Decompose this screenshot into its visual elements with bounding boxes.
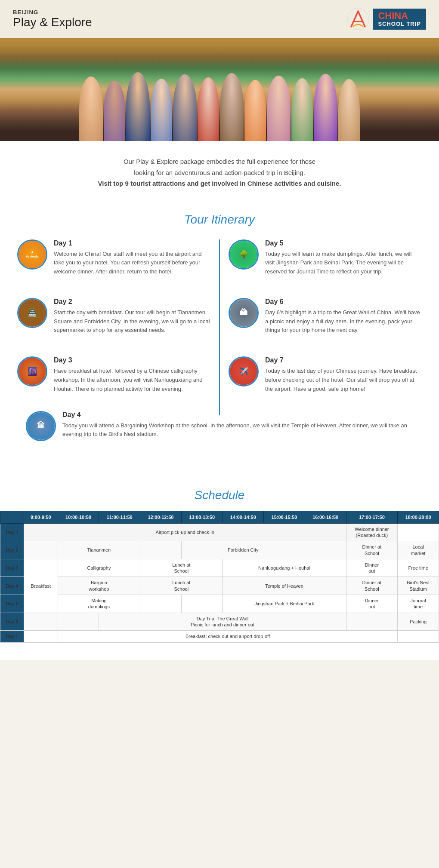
day3-icon: 🌆 <box>19 358 46 385</box>
col-header-1600: 16:00-16:50 <box>305 511 346 523</box>
day7-content: Day 7 Today is the last day of your Chin… <box>265 356 422 393</box>
day5-row-label: Day 5 <box>0 595 24 613</box>
col-header-1000: 10:00-10:50 <box>58 511 99 523</box>
schedule-row-day4: Day 4 Bargainworkshop Lunch atSchool Tem… <box>0 577 439 595</box>
day2-circle: 🏯 <box>17 298 47 328</box>
day3-text: Have breakfast at hotel, followed by a C… <box>54 367 210 393</box>
day6-empty3 <box>346 613 398 631</box>
logo-icon <box>347 8 369 30</box>
schedule-row-day6: Day 6 Day Trip: The Great WallPicnic for… <box>0 613 439 631</box>
day4-temple: Temple of Heaven <box>223 577 346 595</box>
day2-local-market: Localmarket <box>398 541 439 559</box>
day3-label: Day 3 <box>54 356 210 364</box>
schedule-title: Schedule <box>0 488 439 502</box>
schedule-row-day3: Day 3 Breakfast Calligraphy Lunch atScho… <box>0 559 439 577</box>
day1-airport: Airport pick-up and check-in <box>24 523 346 541</box>
day5-empty1 <box>140 595 182 613</box>
day1-text: Welcome to China! Our staff will meet yo… <box>54 250 210 276</box>
day4-item: 🏛 Day 4 Today you will attend a Bargaini… <box>26 411 422 441</box>
itinerary-title: Tour Itinerary <box>17 213 422 227</box>
day2-empty1 <box>24 541 58 559</box>
day4-label: Day 4 <box>62 411 422 419</box>
intro-section: Our Play & Explore package embodies the … <box>0 141 439 204</box>
schedule-row-day1: Day 1 Airport pick-up and check-in Welco… <box>0 523 439 541</box>
logo-china-text: CHINA <box>378 11 408 21</box>
logo-school-trip-text: SCHOOL TRIP <box>378 21 421 27</box>
day5-dinner-out: Dinnerout <box>346 595 398 613</box>
day7-checkout: Breakfast: check out and airport drop-of… <box>58 631 398 642</box>
schedule-section: Schedule 9:00-9:50 10:00-10:50 11:00-11:… <box>0 480 439 660</box>
col-header-row <box>0 511 24 523</box>
day6-text: Day 6's highlight is a trip to the Great… <box>265 308 422 335</box>
day1-empty <box>398 523 439 541</box>
day7-row-label: Day 7 <box>0 631 24 642</box>
day2-item: 🏯 Day 2 Start the day with breakfast. Ou… <box>17 298 210 335</box>
day2-empty3 <box>305 541 346 559</box>
day6-packing: Packing <box>398 613 439 631</box>
day1-label: Day 1 <box>54 239 210 247</box>
day2-dinner-school: Dinner atSchool <box>346 541 398 559</box>
itinerary-grid: ✈ Arrivals Day 1 Welcome to China! Our s… <box>17 239 422 415</box>
day6-label: Day 6 <box>265 298 422 306</box>
itinerary-left-col: ✈ Arrivals Day 1 Welcome to China! Our s… <box>17 239 220 415</box>
day5-empty2 <box>181 595 223 613</box>
day4-bargain: Bargainworkshop <box>58 577 140 595</box>
schedule-table: 9:00-9:50 10:00-10:50 11:00-11:50 12:00-… <box>0 511 439 643</box>
day1-welcome-dinner: Welcome dinner(Roasted duck) <box>346 523 398 541</box>
day3-nanluoguxiang: Nanluoguxiang + Houhai <box>223 559 346 577</box>
day4-content: Day 4 Today you will attend a Bargaining… <box>62 411 422 439</box>
day5-text: Today you will learn to make dumplings. … <box>265 250 422 276</box>
day1-content: Day 1 Welcome to China! Our staff will m… <box>54 239 210 276</box>
day4-birds-nest: Bird's NestStadium <box>398 577 439 595</box>
day6-empty1 <box>24 613 58 631</box>
day6-content: Day 6 Day 6's highlight is a trip to the… <box>265 298 422 335</box>
col-header-1300: 13:00-13:50 <box>181 511 223 523</box>
day1-icon: ✈ Arrivals <box>19 241 46 268</box>
day5-label: Day 5 <box>265 239 422 247</box>
day3-lunch-school: Lunch atSchool <box>140 559 223 577</box>
day1-item: ✈ Arrivals Day 1 Welcome to China! Our s… <box>17 239 210 276</box>
schedule-row-day7: Day 7 Breakfast: check out and airport d… <box>0 631 439 642</box>
col-header-1800: 18:00-20:00 <box>398 511 439 523</box>
day7-icon: ✈️ <box>230 358 257 385</box>
logo-area: CHINA SCHOOL TRIP <box>347 8 426 30</box>
day2-forbidden-city: Forbidden City <box>181 541 305 559</box>
day1-circle: ✈ Arrivals <box>17 239 47 270</box>
header: BEIJING Play & Explore CHINA SCHOOL TRIP <box>0 0 439 38</box>
col-header-1100: 11:00-11:50 <box>99 511 140 523</box>
day2-tiananmen: Tiananmen <box>58 541 140 559</box>
header-subtitle: BEIJING <box>13 9 92 15</box>
day6-row-label: Day 6 <box>0 613 24 631</box>
day3-item: 🌆 Day 3 Have breakfast at hotel, followe… <box>17 356 210 393</box>
day7-item: ✈️ Day 7 Today is the last day of your C… <box>229 356 422 393</box>
day2-empty2 <box>140 541 182 559</box>
day2-label: Day 2 <box>54 298 210 306</box>
itinerary-section: Tour Itinerary ✈ Arrivals Day 1 Welcome … <box>0 204 439 480</box>
day4-circle: 🏛 <box>26 411 56 441</box>
day4-text: Today you will attend a Bargaining Works… <box>62 421 422 439</box>
day6-circle: 🏔 <box>229 298 259 328</box>
day2-content: Day 2 Start the day with breakfast. Our … <box>54 298 210 335</box>
day5-icon: 🌳 <box>230 241 257 268</box>
day5-journal: Journaltime <box>398 595 439 613</box>
col-header-1700: 17:00-17:50 <box>346 511 398 523</box>
day7-text: Today is the last day of your Chinese jo… <box>265 367 422 393</box>
day4-section: 🏛 Day 4 Today you will attend a Bargaini… <box>17 411 422 441</box>
itinerary-right-col: 🌳 Day 5 Today you will learn to make dum… <box>220 239 422 415</box>
day3-free-time: Free time <box>398 559 439 577</box>
day5-circle: 🌳 <box>229 239 259 270</box>
day3-dinner-out: Dinnerout <box>346 559 398 577</box>
day2-text: Start the day with breakfast. Our tour w… <box>54 308 210 335</box>
day5-content: Day 5 Today you will learn to make dumpl… <box>265 239 422 276</box>
header-left: BEIJING Play & Explore <box>13 9 92 29</box>
col-header-1400: 14:00-14:50 <box>223 511 264 523</box>
col-header-1200: 12:00-12:50 <box>140 511 182 523</box>
day7-empty2 <box>398 631 439 642</box>
day7-label: Day 7 <box>265 356 422 364</box>
day4-icon: 🏛 <box>27 412 55 440</box>
day2-icon: 🏯 <box>19 299 46 327</box>
day3-circle: 🌆 <box>17 356 47 386</box>
day7-empty1 <box>24 631 58 642</box>
day5-dumplings: Makingdumplings <box>58 595 140 613</box>
day4-lunch-school: Lunch atSchool <box>140 577 223 595</box>
